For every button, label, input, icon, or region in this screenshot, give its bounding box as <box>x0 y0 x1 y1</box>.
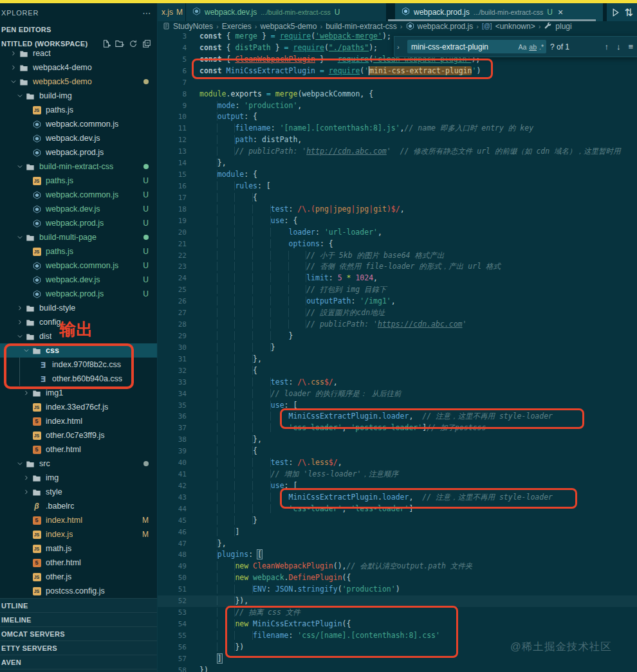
line-number: 43 <box>158 492 187 504</box>
search-input[interactable] <box>411 42 515 51</box>
git-change-dot <box>143 235 149 240</box>
git-change-dot <box>143 79 149 84</box>
line-number: 10 <box>158 111 187 123</box>
sidebar-section-header[interactable]: UTLINE <box>0 598 158 612</box>
breadcrumb-item[interactable]: <unknown> <box>495 22 535 31</box>
tree-item[interactable]: img <box>0 471 158 485</box>
tree-item[interactable]: 5index.htmlM <box>0 513 158 527</box>
regex-icon[interactable]: .* <box>539 43 544 51</box>
tree-item[interactable]: webpack4-demo <box>0 60 158 75</box>
breadcrumb-item[interactable]: build-min-extract-css <box>326 22 397 31</box>
code-line: 10 output: { <box>158 111 637 123</box>
tree-item[interactable]: style <box>0 485 158 499</box>
whole-word-icon[interactable]: ab <box>529 43 537 51</box>
code-line: 49 new CleanWebpackPlugin(),// 会默认清空outp… <box>158 561 637 572</box>
tree-item[interactable]: JSother.0c7e3ff9.js <box>0 428 158 442</box>
tree-item[interactable]: react <box>0 46 158 60</box>
tree-chevron <box>15 163 24 170</box>
webpack-icon <box>192 7 201 15</box>
breadcrumb-separator: › <box>400 23 403 30</box>
tree-item[interactable]: JSother.js <box>0 570 158 584</box>
tree-item[interactable]: β.babelrc <box>0 499 158 513</box>
tab-label: x.js <box>162 8 173 17</box>
breadcrumb-item[interactable]: plugi <box>555 22 571 31</box>
tree-item[interactable]: src <box>0 457 158 471</box>
match-case-icon[interactable]: Aa <box>518 43 526 51</box>
tree-item[interactable]: build-multi-page <box>0 230 158 244</box>
code-line: 17 { <box>158 192 637 204</box>
symbol-icon: [@] <box>482 23 492 30</box>
toggle-replace-icon[interactable]: › <box>397 43 403 51</box>
tree-item[interactable]: webpack.common.js <box>0 117 158 131</box>
git-status-badge: U <box>143 289 149 298</box>
tree-item[interactable]: 5other.html <box>0 556 158 570</box>
breadcrumb-item[interactable]: webpack.prod.js <box>418 22 474 31</box>
breadcrumb-item[interactable]: StudyNotes <box>173 22 213 31</box>
tab-description: .../build-min-extract-css <box>474 8 544 16</box>
code-line: 31 }, <box>158 354 637 365</box>
tree-chevron <box>15 305 24 311</box>
folder-icon <box>19 64 28 72</box>
tree-item[interactable]: webpack.common.jsU <box>0 188 158 202</box>
line-number: 30 <box>158 342 187 354</box>
tree-item[interactable]: webpack.dev.jsU <box>0 202 158 216</box>
folder-icon <box>26 460 35 468</box>
tree-item-label: build-img <box>39 91 72 100</box>
chevron-right-icon <box>23 390 30 396</box>
tree-item[interactable]: webpack.prod.jsU <box>0 216 158 230</box>
code-line: 20 loader: 'url-loader', <box>158 227 637 239</box>
breadcrumb-item[interactable]: Exercies <box>222 22 252 31</box>
find-in-selection-icon[interactable]: ≡ <box>628 42 633 51</box>
line-number: 52 <box>158 595 187 607</box>
tree-item[interactable]: 5other.html <box>0 442 158 457</box>
find-next-icon[interactable]: ↓ <box>616 42 621 51</box>
js-file-icon: JS <box>33 587 41 595</box>
sidebar-section-header[interactable]: OMCAT SERVERS <box>0 626 158 640</box>
tree-item[interactable]: webpack.dev.jsU <box>0 273 158 287</box>
tree-item-label: other.html <box>46 558 81 567</box>
sync-icon[interactable]: ⇅ <box>624 6 632 19</box>
tree-item[interactable]: JSpostcss.config.js <box>0 584 158 598</box>
tree-item[interactable]: webpack.prod.js <box>0 145 158 159</box>
tree-item[interactable]: JSpaths.jsU <box>0 174 158 188</box>
tree-item[interactable]: webpack.common.jsU <box>0 259 158 273</box>
breadcrumb-item[interactable]: webpack5-demo <box>260 22 317 31</box>
sidebar-section-header[interactable]: OCAL HISTORY <box>0 669 158 672</box>
explorer-more-icon[interactable]: ⋯ <box>142 8 151 18</box>
sidebar-section-header[interactable]: ETTY SERVERS <box>0 640 158 655</box>
webpack-icon <box>406 22 414 30</box>
open-editors-section[interactable]: PEN EDITORS <box>0 23 158 36</box>
tree-item[interactable]: JSpaths.jsU <box>0 244 158 259</box>
tree-item[interactable]: build-img <box>0 89 158 103</box>
tab-webpack.prod.js[interactable]: webpack.prod.js.../build-min-extract-css… <box>395 3 603 21</box>
sidebar-section-header[interactable]: IMELINE <box>0 612 158 626</box>
line-number: 27 <box>158 307 187 319</box>
tree-item[interactable]: build-style <box>0 301 158 315</box>
sidebar-section-header[interactable]: AVEN <box>0 655 158 669</box>
tab-webpack.dev.js[interactable]: webpack.dev.js.../build-min-extract-cssU <box>186 3 386 21</box>
folder-icon <box>26 318 35 327</box>
tree-item[interactable]: webpack.dev.js <box>0 131 158 145</box>
tab-partial-file[interactable]: x.jsM <box>158 3 186 21</box>
code-area[interactable]: 3const { merge } = require('webpack-merg… <box>158 31 637 672</box>
close-icon[interactable]: × <box>558 7 563 17</box>
tree-item[interactable]: JSindex.jsM <box>0 527 158 541</box>
find-result-count: ? of 1 <box>550 42 569 51</box>
tree-item[interactable]: JSpaths.js <box>0 103 158 117</box>
tree-item[interactable]: build-min-extract-css <box>0 159 158 174</box>
tree-item-label: img <box>46 473 59 482</box>
line-number: 21 <box>158 239 187 250</box>
tree-item[interactable]: webpack5-demo <box>0 75 158 89</box>
chevron-down-icon <box>17 234 23 241</box>
tree-item[interactable]: webpack.prod.jsU <box>0 287 158 301</box>
tree-chevron <box>9 64 18 71</box>
line-number: 7 <box>158 77 187 89</box>
tree-chevron <box>22 489 31 495</box>
tree-item[interactable]: JSindex.33ed76cf.js <box>0 400 158 414</box>
git-status-badge: M <box>142 530 149 539</box>
find-previous-icon[interactable]: ↑ <box>604 42 609 51</box>
tree-item[interactable]: JSmath.js <box>0 541 158 556</box>
line-number: 40 <box>158 457 187 469</box>
line-number: 39 <box>158 446 187 457</box>
tree-item[interactable]: 5index.html <box>0 414 158 428</box>
